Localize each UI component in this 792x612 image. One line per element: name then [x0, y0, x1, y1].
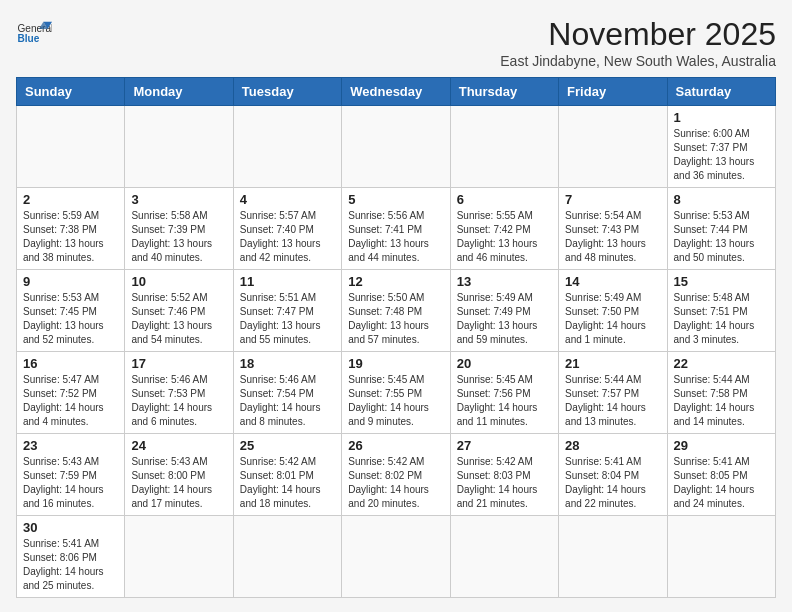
calendar-day-cell: 1Sunrise: 6:00 AM Sunset: 7:37 PM Daylig… [667, 106, 775, 188]
day-number: 9 [23, 274, 118, 289]
header-monday: Monday [125, 78, 233, 106]
calendar-day-cell: 16Sunrise: 5:47 AM Sunset: 7:52 PM Dayli… [17, 352, 125, 434]
svg-text:Blue: Blue [17, 33, 39, 44]
day-number: 27 [457, 438, 552, 453]
calendar-day-cell: 11Sunrise: 5:51 AM Sunset: 7:47 PM Dayli… [233, 270, 341, 352]
calendar-day-cell: 17Sunrise: 5:46 AM Sunset: 7:53 PM Dayli… [125, 352, 233, 434]
calendar-day-cell [450, 106, 558, 188]
day-number: 23 [23, 438, 118, 453]
day-number: 3 [131, 192, 226, 207]
day-number: 18 [240, 356, 335, 371]
calendar-day-cell: 9Sunrise: 5:53 AM Sunset: 7:45 PM Daylig… [17, 270, 125, 352]
calendar-day-cell: 30Sunrise: 5:41 AM Sunset: 8:06 PM Dayli… [17, 516, 125, 598]
day-info: Sunrise: 5:46 AM Sunset: 7:54 PM Dayligh… [240, 373, 335, 429]
day-info: Sunrise: 5:41 AM Sunset: 8:04 PM Dayligh… [565, 455, 660, 511]
header-saturday: Saturday [667, 78, 775, 106]
day-number: 13 [457, 274, 552, 289]
calendar-day-cell: 3Sunrise: 5:58 AM Sunset: 7:39 PM Daylig… [125, 188, 233, 270]
day-info: Sunrise: 5:41 AM Sunset: 8:05 PM Dayligh… [674, 455, 769, 511]
calendar-day-cell: 7Sunrise: 5:54 AM Sunset: 7:43 PM Daylig… [559, 188, 667, 270]
calendar-table: Sunday Monday Tuesday Wednesday Thursday… [16, 77, 776, 598]
logo-icon: General Blue [16, 16, 52, 52]
day-number: 25 [240, 438, 335, 453]
day-number: 15 [674, 274, 769, 289]
calendar-day-cell: 5Sunrise: 5:56 AM Sunset: 7:41 PM Daylig… [342, 188, 450, 270]
calendar-week-row: 16Sunrise: 5:47 AM Sunset: 7:52 PM Dayli… [17, 352, 776, 434]
calendar-day-cell [450, 516, 558, 598]
day-number: 10 [131, 274, 226, 289]
day-number: 19 [348, 356, 443, 371]
day-info: Sunrise: 5:51 AM Sunset: 7:47 PM Dayligh… [240, 291, 335, 347]
day-info: Sunrise: 5:41 AM Sunset: 8:06 PM Dayligh… [23, 537, 118, 593]
day-number: 24 [131, 438, 226, 453]
calendar-day-cell: 10Sunrise: 5:52 AM Sunset: 7:46 PM Dayli… [125, 270, 233, 352]
header-wednesday: Wednesday [342, 78, 450, 106]
day-info: Sunrise: 5:43 AM Sunset: 7:59 PM Dayligh… [23, 455, 118, 511]
day-number: 17 [131, 356, 226, 371]
day-info: Sunrise: 5:56 AM Sunset: 7:41 PM Dayligh… [348, 209, 443, 265]
day-number: 30 [23, 520, 118, 535]
calendar-day-cell: 12Sunrise: 5:50 AM Sunset: 7:48 PM Dayli… [342, 270, 450, 352]
calendar-day-cell: 2Sunrise: 5:59 AM Sunset: 7:38 PM Daylig… [17, 188, 125, 270]
calendar-day-cell: 28Sunrise: 5:41 AM Sunset: 8:04 PM Dayli… [559, 434, 667, 516]
day-info: Sunrise: 5:44 AM Sunset: 7:57 PM Dayligh… [565, 373, 660, 429]
calendar-day-cell [559, 516, 667, 598]
day-info: Sunrise: 5:42 AM Sunset: 8:03 PM Dayligh… [457, 455, 552, 511]
calendar-day-cell [342, 516, 450, 598]
calendar-week-row: 2Sunrise: 5:59 AM Sunset: 7:38 PM Daylig… [17, 188, 776, 270]
calendar-day-cell: 15Sunrise: 5:48 AM Sunset: 7:51 PM Dayli… [667, 270, 775, 352]
calendar-week-row: 1Sunrise: 6:00 AM Sunset: 7:37 PM Daylig… [17, 106, 776, 188]
title-area: November 2025 East Jindabyne, New South … [500, 16, 776, 69]
calendar-day-cell [667, 516, 775, 598]
calendar-day-cell [125, 516, 233, 598]
day-info: Sunrise: 5:42 AM Sunset: 8:01 PM Dayligh… [240, 455, 335, 511]
day-number: 6 [457, 192, 552, 207]
month-title: November 2025 [500, 16, 776, 53]
logo: General Blue [16, 16, 52, 52]
header-tuesday: Tuesday [233, 78, 341, 106]
day-number: 22 [674, 356, 769, 371]
calendar-day-cell: 21Sunrise: 5:44 AM Sunset: 7:57 PM Dayli… [559, 352, 667, 434]
calendar-week-row: 30Sunrise: 5:41 AM Sunset: 8:06 PM Dayli… [17, 516, 776, 598]
calendar-day-cell [125, 106, 233, 188]
day-info: Sunrise: 5:45 AM Sunset: 7:55 PM Dayligh… [348, 373, 443, 429]
calendar-day-cell: 26Sunrise: 5:42 AM Sunset: 8:02 PM Dayli… [342, 434, 450, 516]
day-info: Sunrise: 5:49 AM Sunset: 7:50 PM Dayligh… [565, 291, 660, 347]
day-info: Sunrise: 5:52 AM Sunset: 7:46 PM Dayligh… [131, 291, 226, 347]
calendar-day-cell: 8Sunrise: 5:53 AM Sunset: 7:44 PM Daylig… [667, 188, 775, 270]
day-number: 1 [674, 110, 769, 125]
day-number: 5 [348, 192, 443, 207]
day-number: 8 [674, 192, 769, 207]
calendar-day-cell: 22Sunrise: 5:44 AM Sunset: 7:58 PM Dayli… [667, 352, 775, 434]
weekday-header-row: Sunday Monday Tuesday Wednesday Thursday… [17, 78, 776, 106]
calendar-day-cell: 20Sunrise: 5:45 AM Sunset: 7:56 PM Dayli… [450, 352, 558, 434]
day-info: Sunrise: 5:48 AM Sunset: 7:51 PM Dayligh… [674, 291, 769, 347]
calendar-week-row: 9Sunrise: 5:53 AM Sunset: 7:45 PM Daylig… [17, 270, 776, 352]
calendar-day-cell: 25Sunrise: 5:42 AM Sunset: 8:01 PM Dayli… [233, 434, 341, 516]
day-info: Sunrise: 5:53 AM Sunset: 7:44 PM Dayligh… [674, 209, 769, 265]
calendar-day-cell: 13Sunrise: 5:49 AM Sunset: 7:49 PM Dayli… [450, 270, 558, 352]
calendar-day-cell [17, 106, 125, 188]
day-info: Sunrise: 5:59 AM Sunset: 7:38 PM Dayligh… [23, 209, 118, 265]
calendar-day-cell [233, 106, 341, 188]
day-number: 12 [348, 274, 443, 289]
day-info: Sunrise: 5:57 AM Sunset: 7:40 PM Dayligh… [240, 209, 335, 265]
calendar-day-cell [342, 106, 450, 188]
day-number: 14 [565, 274, 660, 289]
calendar-day-cell: 23Sunrise: 5:43 AM Sunset: 7:59 PM Dayli… [17, 434, 125, 516]
day-info: Sunrise: 5:58 AM Sunset: 7:39 PM Dayligh… [131, 209, 226, 265]
page-header: General Blue November 2025 East Jindabyn… [16, 16, 776, 69]
calendar-day-cell [559, 106, 667, 188]
calendar-week-row: 23Sunrise: 5:43 AM Sunset: 7:59 PM Dayli… [17, 434, 776, 516]
day-number: 16 [23, 356, 118, 371]
day-number: 7 [565, 192, 660, 207]
calendar-day-cell [233, 516, 341, 598]
day-info: Sunrise: 5:44 AM Sunset: 7:58 PM Dayligh… [674, 373, 769, 429]
day-info: Sunrise: 5:47 AM Sunset: 7:52 PM Dayligh… [23, 373, 118, 429]
header-friday: Friday [559, 78, 667, 106]
day-number: 20 [457, 356, 552, 371]
day-number: 2 [23, 192, 118, 207]
day-info: Sunrise: 5:55 AM Sunset: 7:42 PM Dayligh… [457, 209, 552, 265]
day-number: 29 [674, 438, 769, 453]
day-number: 28 [565, 438, 660, 453]
